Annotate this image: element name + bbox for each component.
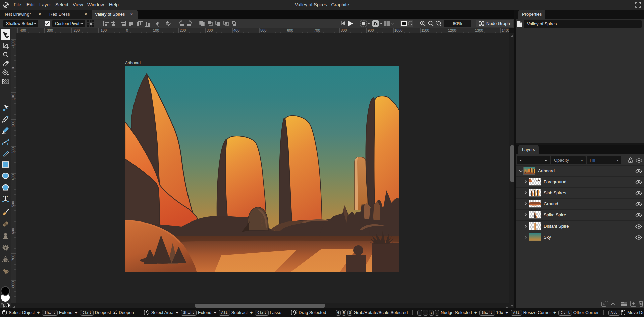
svg-text:2: 2 <box>113 310 116 315</box>
svg-text:800: 800 <box>11 281 15 288</box>
svg-text:600: 600 <box>11 228 15 234</box>
svg-text:700: 700 <box>314 28 320 33</box>
svg-text:200: 200 <box>180 28 186 33</box>
svg-text:-200: -200 <box>72 28 80 33</box>
svg-text:-100: -100 <box>99 28 107 33</box>
svg-text:100: 100 <box>153 28 159 33</box>
svg-text:-300: -300 <box>46 28 53 33</box>
svg-text:1200: 1200 <box>448 28 456 33</box>
svg-text:100: 100 <box>11 94 15 100</box>
svg-text:500: 500 <box>11 201 15 207</box>
svg-text:800: 800 <box>341 28 347 33</box>
svg-text:400: 400 <box>11 174 15 180</box>
svg-text:300: 300 <box>207 28 213 33</box>
svg-text:0: 0 <box>126 28 128 33</box>
svg-text:1300: 1300 <box>475 28 483 33</box>
svg-text:600: 600 <box>287 28 293 33</box>
svg-text:200: 200 <box>11 121 15 127</box>
svg-text:1000: 1000 <box>394 28 402 33</box>
svg-text:-100: -100 <box>11 40 15 48</box>
svg-text:900: 900 <box>368 28 374 33</box>
svg-text:0: 0 <box>11 67 15 69</box>
svg-text:1100: 1100 <box>421 28 429 33</box>
svg-text:700: 700 <box>11 255 15 261</box>
svg-text:1400: 1400 <box>502 28 509 33</box>
svg-text:400: 400 <box>233 28 239 33</box>
svg-text:-400: -400 <box>19 28 26 33</box>
svg-text:300: 300 <box>11 147 15 153</box>
svg-text:500: 500 <box>260 28 266 33</box>
